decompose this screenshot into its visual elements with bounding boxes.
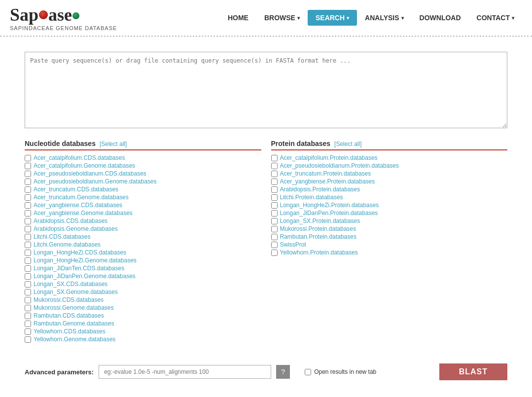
nucleotide-label-11[interactable]: Litchi.Genome.databases (34, 241, 101, 248)
nucleotide-checkbox-0[interactable] (25, 155, 31, 161)
protein-label-6[interactable]: Longan_HongHeZi.Protein.databases (280, 202, 379, 209)
nucleotide-label-3[interactable]: Acer_pseudosieboldianum.Genome.databases (34, 178, 157, 185)
help-button[interactable]: ? (276, 365, 290, 379)
advanced-input[interactable] (99, 365, 271, 379)
protein-checkbox-11[interactable] (271, 242, 278, 248)
nucleotide-label-0[interactable]: Acer_catalpifolium.CDS.databases (34, 154, 125, 161)
nav-home[interactable]: HOME (220, 10, 256, 26)
open-tab-checkbox[interactable] (305, 369, 311, 375)
nucleotide-checkbox-15[interactable] (25, 273, 31, 280)
nucleotide-select-all[interactable]: [Select all] (100, 141, 127, 147)
nucleotide-item: Longan_JiDanTen.CDS.databases (25, 265, 261, 272)
protein-db-title: Protein databases [Select all] (271, 140, 508, 150)
nucleotide-checkbox-20[interactable] (25, 313, 31, 319)
protein-checkbox-3[interactable] (271, 179, 278, 185)
nucleotide-checkbox-21[interactable] (25, 321, 31, 327)
query-textarea[interactable] (25, 52, 507, 128)
nucleotide-label-4[interactable]: Acer_truncatum.CDS.databases (34, 186, 118, 193)
nucleotide-checkbox-7[interactable] (25, 210, 31, 217)
nucleotide-item: Acer_truncatum.Genome.databases (25, 194, 261, 201)
protein-label-0[interactable]: Acer_catalpifolium.Protein.databases (280, 154, 378, 161)
nucleotide-label-21[interactable]: Rambutan.Genome.databases (34, 320, 114, 327)
protein-select-all[interactable]: [Select all] (334, 141, 361, 147)
protein-label-9[interactable]: Mukorossi.Protein.databases (280, 225, 356, 232)
protein-label-11[interactable]: SwissProt (280, 241, 306, 248)
nucleotide-label-6[interactable]: Acer_yangbiense.CDS.databases (34, 202, 122, 209)
nucleotide-checkbox-5[interactable] (25, 194, 31, 201)
nucleotide-label-18[interactable]: Mukorossi.CDS.databases (34, 296, 104, 303)
nucleotide-label-22[interactable]: Yellowhorn.CDS.databases (34, 328, 106, 335)
protein-checkbox-0[interactable] (271, 155, 278, 161)
protein-label-8[interactable]: Longan_SX.Protein.databases (280, 217, 360, 224)
protein-checkbox-4[interactable] (271, 186, 278, 193)
advanced-label: Advanced parameters: (25, 368, 94, 376)
protein-checkbox-9[interactable] (271, 226, 278, 232)
protein-label-10[interactable]: Rambutan.Protein.databases (280, 233, 356, 240)
protein-checkbox-2[interactable] (271, 171, 278, 177)
nav-browse[interactable]: BROWSE ▾ (256, 10, 308, 26)
protein-label-5[interactable]: Litchi.Protein.databases (280, 194, 343, 201)
protein-checkbox-10[interactable] (271, 234, 278, 240)
nucleotide-items-list: Acer_catalpifolium.CDS.databasesAcer_cat… (25, 154, 261, 343)
protein-item: Longan_SX.Protein.databases (271, 217, 508, 224)
protein-checkbox-7[interactable] (271, 210, 278, 217)
nav-download[interactable]: DOWNLOAD (412, 10, 469, 26)
protein-label-1[interactable]: Acer_pseudosieboldianum.Protein.database… (280, 162, 399, 169)
nucleotide-label-1[interactable]: Acer_catalpifolium.Genome.databases (34, 162, 135, 169)
nucleotide-label-8[interactable]: Arabidopsis.CDS.databases (34, 217, 107, 224)
nucleotide-checkbox-9[interactable] (25, 226, 31, 232)
nucleotide-label-19[interactable]: Mukorossi.Genome.databases (34, 304, 114, 311)
protein-label-3[interactable]: Acer_yangbiense.Protein.databases (280, 178, 375, 185)
blast-button[interactable]: BLAST (439, 363, 507, 380)
protein-label-12[interactable]: Yellowhorn.Protein.databases (280, 249, 358, 256)
nucleotide-checkbox-6[interactable] (25, 202, 31, 209)
nucleotide-label-10[interactable]: Litchi.CDS.databases (34, 233, 90, 240)
nucleotide-checkbox-3[interactable] (25, 179, 31, 185)
nucleotide-label-5[interactable]: Acer_truncatum.Genome.databases (34, 194, 129, 201)
protein-item: Acer_pseudosieboldianum.Protein.database… (271, 162, 508, 169)
nucleotide-label-9[interactable]: Arabidopsis.Genome.databases (34, 225, 118, 232)
nucleotide-checkbox-14[interactable] (25, 265, 31, 272)
nucleotide-checkbox-1[interactable] (25, 163, 31, 169)
nucleotide-label-16[interactable]: Longan_SX.CDS.databases (34, 281, 107, 288)
nucleotide-checkbox-23[interactable] (25, 336, 31, 343)
nucleotide-checkbox-18[interactable] (25, 297, 31, 303)
protein-db-col: Protein databases [Select all] Acer_cata… (271, 140, 508, 344)
nucleotide-label-17[interactable]: Longan_SX.Genome.databases (34, 289, 118, 295)
nucleotide-checkbox-17[interactable] (25, 289, 31, 295)
nucleotide-item: Acer_truncatum.CDS.databases (25, 186, 261, 193)
nucleotide-label-7[interactable]: Acer_yangbiense.Genome.databases (34, 210, 133, 217)
nucleotide-item: Acer_pseudosieboldianum.Genome.databases (25, 178, 261, 185)
contact-caret: ▾ (512, 15, 514, 21)
nucleotide-label-14[interactable]: Longan_JiDanTen.CDS.databases (34, 265, 124, 272)
protein-checkbox-6[interactable] (271, 202, 278, 209)
nucleotide-label-12[interactable]: Longan_HongHeZi.CDS.databases (34, 249, 126, 256)
nucleotide-label-15[interactable]: Longan_JiDanPen.Genome.databases (34, 273, 136, 280)
protein-label-4[interactable]: Arabidopsis.Protein.databases (280, 186, 360, 193)
protein-checkbox-12[interactable] (271, 250, 278, 256)
nucleotide-checkbox-12[interactable] (25, 250, 31, 256)
nucleotide-label-23[interactable]: Yellowhorn.Genome.databases (34, 336, 115, 343)
nav-contact[interactable]: CONTACT ▾ (469, 10, 522, 26)
nucleotide-checkbox-11[interactable] (25, 242, 31, 248)
nucleotide-label-2[interactable]: Acer_pseudosieboldianum.CDS.databases (34, 170, 146, 177)
nav-analysis[interactable]: ANALYSIS ▾ (357, 10, 412, 26)
protein-checkbox-5[interactable] (271, 194, 278, 201)
nucleotide-checkbox-10[interactable] (25, 234, 31, 240)
protein-label-7[interactable]: Longan_JiDanPen.Protein.databases (280, 210, 378, 217)
open-tab-label[interactable]: Open results in new tab (314, 368, 376, 375)
nucleotide-checkbox-16[interactable] (25, 281, 31, 288)
protein-checkbox-1[interactable] (271, 163, 278, 169)
nucleotide-checkbox-8[interactable] (25, 218, 31, 224)
protein-label-2[interactable]: Acer_truncatum.Protein.databases (280, 170, 371, 177)
nucleotide-checkbox-13[interactable] (25, 257, 31, 264)
nucleotide-label-13[interactable]: Longan_HongHeZi.Genome.databases (34, 257, 137, 264)
nav-search[interactable]: SEARCH ▾ (308, 10, 357, 26)
nucleotide-checkbox-2[interactable] (25, 171, 31, 177)
nucleotide-checkbox-4[interactable] (25, 186, 31, 193)
protein-item: Acer_catalpifolium.Protein.databases (271, 154, 508, 161)
nucleotide-label-20[interactable]: Rambutan.CDS.databases (34, 312, 104, 319)
nucleotide-checkbox-22[interactable] (25, 328, 31, 335)
protein-checkbox-8[interactable] (271, 218, 278, 224)
nucleotide-checkbox-19[interactable] (25, 305, 31, 311)
